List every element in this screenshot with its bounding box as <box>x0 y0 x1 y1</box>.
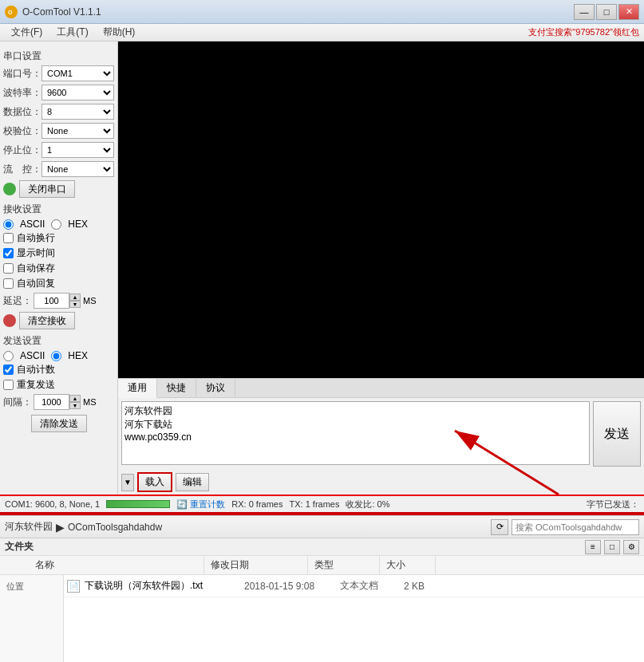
explorer-refresh-button[interactable]: ⟳ <box>491 519 508 535</box>
maximize-button[interactable]: □ <box>596 4 617 20</box>
recv-hex-label: HEX <box>68 219 88 230</box>
send-main: 河东软件园 河东下载站 www.pc0359.cn 发送 <box>118 398 644 470</box>
col-type[interactable]: 类型 <box>308 556 380 574</box>
menu-help[interactable]: 帮助(H) <box>97 24 142 41</box>
view-button[interactable]: ≡ <box>585 540 601 554</box>
port-info: COM1: 9600, 8, None, 1 <box>5 499 100 509</box>
baud-label: 波特率： <box>3 86 40 100</box>
delay-down-button[interactable]: ▼ <box>69 301 81 308</box>
stopbits-row: 停止位： 1 <box>3 142 114 158</box>
breadcrumb-folder[interactable]: OComToolsgahdahdw <box>68 522 162 533</box>
delay-label: 延迟： <box>3 294 32 308</box>
auto-reply-row: 自动回复 <box>3 277 114 290</box>
delay-row: 延迟： ▲ ▼ MS <box>3 293 114 309</box>
col-name[interactable]: 名称 <box>29 556 204 574</box>
databits-label: 数据位： <box>3 105 40 119</box>
options-button[interactable]: ⚙ <box>623 540 639 554</box>
parity-select[interactable]: None <box>41 123 114 139</box>
show-time-checkbox[interactable] <box>3 248 14 258</box>
tab-protocol[interactable]: 协议 <box>196 379 235 397</box>
auto-reply-checkbox[interactable] <box>3 278 14 289</box>
dropdown-arrow[interactable]: ▼ <box>121 474 134 491</box>
file-icon: 📄 <box>67 580 80 593</box>
col-date[interactable]: 修改日期 <box>204 556 308 574</box>
breadcrumb-root[interactable]: 河东软件园 <box>5 520 53 534</box>
file-name: 下载说明（河东软件园）.txt <box>85 579 244 593</box>
folder-label: 文件夹 <box>5 540 34 554</box>
auto-newline-label: 自动换行 <box>17 231 55 245</box>
send-hex-label2: HEX <box>68 350 88 361</box>
left-panel: 串口设置 端口号： COM1 波特率： 9600 数据位： 8 <box>0 41 118 495</box>
show-time-row: 显示时间 <box>3 246 114 260</box>
send-ascii-label2: ASCII <box>20 350 45 361</box>
menu-file[interactable]: 文件(F) <box>5 24 49 41</box>
interval-up-button[interactable]: ▲ <box>69 395 81 402</box>
flow-select[interactable]: None <box>41 161 114 177</box>
explorer-search-input[interactable] <box>512 519 639 535</box>
flow-row: 流 控： None <box>3 161 114 177</box>
menu-tools[interactable]: 工具(T) <box>50 24 94 41</box>
parity-row: 校验位： None <box>3 123 114 139</box>
send-textarea[interactable]: 河东软件园 河东下载站 www.pc0359.cn <box>121 401 590 465</box>
port-select[interactable]: COM1 <box>41 65 114 81</box>
auto-save-checkbox[interactable] <box>3 263 14 274</box>
explorer-toolbar: 河东软件园 ▶ OComToolsgahdahdw ⟳ <box>0 516 644 538</box>
column-headers: 名称 修改日期 类型 大小 <box>0 556 644 575</box>
interval-label: 间隔： <box>3 396 32 409</box>
databits-select[interactable]: 8 <box>41 104 114 120</box>
clear-send-button[interactable]: 清除发送 <box>31 415 87 432</box>
main-container: 串口设置 端口号： COM1 波特率： 9600 数据位： 8 <box>0 41 644 495</box>
port-status-indicator <box>3 183 16 195</box>
parity-label: 校验位： <box>3 124 40 138</box>
send-ascii-radio[interactable] <box>3 351 14 361</box>
interval-input[interactable] <box>34 394 69 410</box>
show-time-label: 显示时间 <box>17 246 55 260</box>
app-icon: O <box>5 6 18 18</box>
send-button[interactable]: 发送 <box>593 401 641 467</box>
auto-save-row: 自动保存 <box>3 262 114 275</box>
auto-count-row: 自动计数 <box>3 363 114 376</box>
edit-button[interactable]: 编辑 <box>176 473 209 491</box>
col-size[interactable]: 大小 <box>380 556 436 574</box>
send-encoding-row: ASCII HEX <box>3 350 114 361</box>
stopbits-select[interactable]: 1 <box>41 142 114 158</box>
menu-bar: 文件(F) 工具(T) 帮助(H) 支付宝搜索"9795782"领红包 <box>0 24 644 41</box>
minimize-button[interactable]: — <box>574 4 595 20</box>
close-port-button[interactable]: 关闭串口 <box>19 180 75 198</box>
table-row[interactable]: 📄 下载说明（河东软件园）.txt 2018-01-15 9:08 文本文档 2… <box>64 575 644 597</box>
auto-count-checkbox[interactable] <box>3 364 14 375</box>
send-hex-radio[interactable] <box>51 351 61 361</box>
reset-count-btn[interactable]: 🔄 重置计数 <box>176 498 225 510</box>
nav-location[interactable]: 位置 <box>0 578 63 595</box>
repeat-send-label: 重复发送 <box>17 378 55 392</box>
left-nav-pane: 位置 <box>0 575 64 662</box>
tab-general[interactable]: 通用 <box>118 379 157 398</box>
title-bar: O O-ComTool V1.1.1 — □ ✕ <box>0 0 644 24</box>
breadcrumb: 河东软件园 ▶ OComToolsgahdahdw <box>5 520 162 534</box>
close-button[interactable]: ✕ <box>618 4 639 20</box>
send-section: 通用 快捷 协议 河东软件园 河东下载站 www.pc0359.cn 发送 ▼ … <box>118 378 644 495</box>
send-settings-title: 发送设置 <box>3 334 114 348</box>
window-title: O-ComTool V1.1.1 <box>22 6 101 18</box>
bytes-sent: 字节已发送： <box>587 498 639 510</box>
auto-reply-label: 自动回复 <box>17 277 55 290</box>
interval-ms-label: MS <box>83 397 97 407</box>
auto-save-label: 自动保存 <box>17 262 55 275</box>
file-size: 2 KB <box>404 581 452 592</box>
baud-select[interactable]: 9600 <box>41 85 114 100</box>
delay-up-button[interactable]: ▲ <box>69 294 81 301</box>
recv-hex-radio[interactable] <box>51 219 61 230</box>
recv-ascii-radio[interactable] <box>3 219 14 230</box>
delay-spinners: ▲ ▼ <box>69 294 81 308</box>
auto-newline-checkbox[interactable] <box>3 233 14 243</box>
interval-down-button[interactable]: ▼ <box>69 402 81 409</box>
load-button[interactable]: 载入 <box>137 472 172 492</box>
flow-label: 流 控： <box>3 163 40 176</box>
clear-recv-button[interactable]: 清空接收 <box>19 312 75 329</box>
clear-recv-row: 清空接收 <box>3 312 114 329</box>
tab-quick[interactable]: 快捷 <box>157 379 196 397</box>
new-folder-button[interactable]: □ <box>604 540 620 554</box>
delay-input[interactable] <box>34 293 69 309</box>
repeat-send-checkbox[interactable] <box>3 380 14 390</box>
repeat-send-row: 重复发送 <box>3 378 114 392</box>
